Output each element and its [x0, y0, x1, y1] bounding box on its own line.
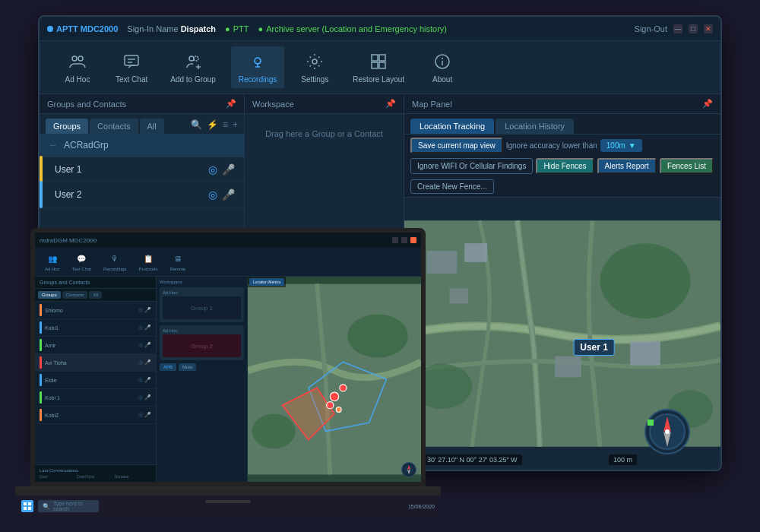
user-row-1[interactable]: User 1 ◎ 🎤 — [40, 157, 244, 182]
laptop-base: 🔍 Type here to search 15/06/2020 — [15, 486, 441, 517]
map-tab-tracking[interactable]: Location Tracking — [410, 119, 494, 134]
laptop-tool-recordings[interactable]: 🎙 Recordings — [100, 251, 130, 274]
laptop-adhoc-label: Ad Hoc — [45, 267, 60, 271]
svg-point-43 — [327, 402, 334, 409]
laptop-user-eldie[interactable]: Eldie ◎ 🎤 — [35, 372, 156, 389]
laptop-user-kobiz[interactable]: KobiZ ◎ 🎤 — [35, 407, 156, 424]
workspace-pin-icon[interactable]: 📌 — [385, 99, 396, 109]
svg-point-42 — [340, 385, 347, 391]
restorelayout-icon — [368, 51, 389, 72]
toolbar-recordings[interactable]: Recordings — [231, 46, 285, 88]
laptop-user-amir[interactable]: Amir ◎ 🎤 — [35, 337, 156, 354]
laptop-user-icons-kobi-1: ◎ 🎤 — [138, 394, 151, 401]
svg-rect-2 — [125, 55, 138, 65]
groups-panel-icons: 📌 — [226, 99, 236, 109]
tab-all[interactable]: All — [140, 119, 164, 134]
laptop-ws-content-1: Group 1 — [163, 296, 241, 319]
laptop-ws-content-2: Group 2 — [163, 334, 241, 357]
save-map-view-button[interactable]: Save current map view — [410, 138, 503, 154]
textchat-icon — [121, 51, 142, 72]
close-button[interactable]: ✕ — [704, 24, 713, 33]
taskbar: 🔍 Type here to search 15/06/2020 — [15, 496, 441, 517]
user-2-mic-icon: 🎤 — [222, 188, 235, 201]
laptop-user-avitioha[interactable]: Avi Tioha ◎ 🎤 — [35, 354, 156, 372]
laptop-user-dot-kobi-1 — [40, 391, 42, 404]
toolbar-restorelayout[interactable]: Restore Layout — [345, 46, 412, 88]
laptop-tool-adhoc[interactable]: 👥 Ad Hoc — [41, 251, 64, 274]
laptop-remote-label: Remote — [169, 267, 185, 271]
toolbar-addtogroup[interactable]: Add to Group — [163, 46, 223, 88]
laptop-map: Location Metrics — [248, 277, 421, 482]
laptop-user-kobi1[interactable]: Kobi1 ◎ 🎤 — [35, 319, 156, 337]
laptop-maximize-btn[interactable] — [401, 237, 407, 243]
laptop-tab-all[interactable]: All — [89, 291, 102, 299]
laptop-protocols-label: Protocols — [138, 267, 157, 271]
sign-out-link[interactable]: Sign-Out — [635, 24, 667, 33]
laptop-tool-textchat[interactable]: 💬 Text Chat — [68, 251, 95, 274]
accuracy-dropdown[interactable]: 100m ▼ — [600, 139, 642, 152]
signin-value: Dispatch — [181, 24, 216, 33]
laptop-mute-btn[interactable]: Mute — [179, 363, 196, 371]
ptt-section: ● PTT — [225, 24, 249, 33]
sort-icon[interactable]: ≡ — [223, 119, 228, 130]
map-tab-history[interactable]: Location History — [496, 119, 574, 134]
start-button[interactable] — [21, 500, 33, 512]
laptop-user-name-avitioha: Avi Tioha — [45, 360, 135, 366]
about-label: About — [432, 75, 452, 84]
map-pin-icon[interactable]: 📌 — [702, 99, 713, 109]
laptop-map-svg — [248, 277, 421, 482]
laptop-tab-contacts[interactable]: Contacts — [62, 291, 88, 299]
group-item-acradgrp[interactable]: ← ACRadGrp — [40, 134, 244, 157]
hide-fences-button[interactable]: Hide Fences — [536, 158, 594, 174]
laptop-user-name-kobiz: KobiZ — [45, 413, 135, 418]
ignore-wifi-button[interactable]: Ignore WIFI Or Cellular Findings — [410, 158, 533, 174]
map-scale-value: 100 m — [613, 456, 632, 464]
laptop-tool-protocols[interactable]: 📋 Protocols — [135, 251, 161, 274]
create-fence-button[interactable]: Create New Fence... — [410, 179, 494, 194]
conv-col1: User — [40, 474, 76, 479]
pin-icon[interactable]: 📌 — [226, 99, 236, 109]
filter-icon[interactable]: ⚡ — [207, 119, 218, 130]
minimize-button[interactable]: — — [673, 24, 682, 33]
toolbar-settings[interactable]: Settings — [292, 46, 337, 88]
maximize-button[interactable]: □ — [689, 24, 698, 33]
tab-contacts[interactable]: Contacts — [90, 119, 138, 134]
laptop-tool-remote[interactable]: 🖥 Remote — [166, 251, 189, 274]
toolbar-about[interactable]: About — [420, 46, 465, 88]
adhoc-label: Ad Hoc — [65, 75, 90, 84]
tab-groups[interactable]: Groups — [46, 119, 88, 134]
laptop-map-tab-tracking[interactable]: Location Metrics — [249, 278, 284, 286]
ignore-accuracy-label: Ignore accuracy lower than — [506, 141, 597, 150]
search-box[interactable]: 🔍 Type here to search — [38, 500, 99, 512]
add-icon[interactable]: + — [233, 119, 238, 130]
fences-list-button[interactable]: Fences List — [660, 158, 714, 174]
svg-point-5 — [189, 56, 194, 61]
laptop-minimize-btn[interactable] — [392, 237, 398, 243]
svg-rect-15 — [372, 62, 378, 68]
search-icon[interactable]: 🔍 — [191, 119, 202, 130]
svg-marker-46 — [407, 470, 410, 474]
laptop-close-btn[interactable] — [410, 237, 416, 243]
groups-panel-header: Groups and Contacts 📌 — [40, 94, 244, 114]
toolbar-textchat[interactable]: Text Chat — [108, 46, 155, 88]
user-row-2[interactable]: User 2 ◎ 🎤 — [40, 182, 244, 207]
map-compass[interactable] — [644, 409, 690, 454]
laptop-toolbar: 👥 Ad Hoc 💬 Text Chat 🎙 Recordings 📋 Prot… — [35, 248, 421, 277]
laptop-user-name-eldie: Eldie — [45, 378, 135, 383]
accuracy-value: 100m — [606, 141, 625, 150]
laptop-tab-groups[interactable]: Groups — [38, 291, 61, 299]
svg-point-19 — [442, 58, 443, 59]
laptop-compass[interactable] — [401, 462, 416, 477]
laptop-user-kobi-1[interactable]: Kobi 1 ◎ 🎤 — [35, 389, 156, 407]
svg-point-38 — [252, 414, 296, 449]
user-1-icons: ◎ 🎤 — [208, 163, 235, 176]
svg-point-22 — [600, 243, 691, 318]
conv-col3: Duration — [115, 474, 151, 479]
laptop-user-icons-avitioha: ◎ 🎤 — [138, 359, 151, 366]
alerts-report-button[interactable]: Alerts Report — [597, 158, 657, 174]
laptop-user-shlomo[interactable]: Shlomo ◎ 🎤 — [35, 302, 156, 319]
toolbar-adhoc[interactable]: Ad Hoc — [55, 46, 100, 88]
svg-rect-26 — [464, 243, 487, 262]
laptop-workspace: Workspace Ad Hoc Group 1 Ad Hoc Group 2 … — [157, 277, 248, 482]
laptop-apb-btn[interactable]: APB — [160, 363, 176, 371]
